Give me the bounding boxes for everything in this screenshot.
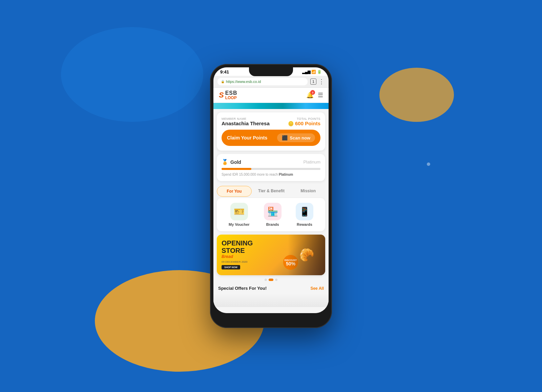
special-offers-row: Special Offers For You! See All xyxy=(213,284,329,293)
banner-content: OPENING STORE Bread 09 DECEMBER 2020 SHO… xyxy=(222,239,253,269)
bottom-fade xyxy=(213,293,329,307)
bg-shape-teal xyxy=(61,27,203,122)
app-header: S ESB LOOP 🔔 3 ☰ xyxy=(213,88,329,103)
banner-subtitle: Bread xyxy=(222,254,253,259)
phone-notch xyxy=(249,67,293,76)
bg-shape-orange2 xyxy=(379,68,454,122)
logo-s: S xyxy=(219,91,224,100)
phone-screen: 9:41 ▂▄▆ 📶 🔋 🔒 https://www.esb.co.id 1 ⋮… xyxy=(213,67,329,313)
coin-icon: 🪙 xyxy=(288,121,294,126)
browser-bar: 🔒 https://www.esb.co.id 1 ⋮ xyxy=(213,76,329,88)
app-logo: S ESB LOOP xyxy=(219,90,237,100)
tier-name: Gold xyxy=(230,159,241,165)
member-name-section: MEMBER NAME Anastachia Theresa xyxy=(222,117,270,126)
special-offers-title: Special Offers For You! xyxy=(218,286,267,291)
tab-tier-benefit[interactable]: Tier & Benefit xyxy=(254,186,289,197)
tier-row: 🏅 Gold Platinum xyxy=(222,159,320,165)
status-icons: ▂▄▆ 📶 🔋 xyxy=(302,70,322,74)
banner-shop-now[interactable]: SHOP NOW xyxy=(222,265,240,269)
rewards-icon: 📱 xyxy=(299,206,310,217)
tab-mission[interactable]: Mission xyxy=(291,186,325,197)
member-info-row: MEMBER NAME Anastachia Theresa TOTAL POI… xyxy=(222,117,320,126)
claim-text: Claim Your Points xyxy=(227,135,267,140)
header-actions: 🔔 3 ☰ xyxy=(306,91,323,99)
icon-grid: 🎫 My Voucher 🏪 Brands 📱 Rewards xyxy=(217,198,325,231)
tier-current: 🏅 Gold xyxy=(222,159,241,165)
browser-menu-icon[interactable]: ⋮ xyxy=(318,78,325,85)
signal-icon: ▂▄▆ xyxy=(302,70,310,74)
tier-card: 🏅 Gold Platinum Spend IDR 15.000.000 mor… xyxy=(217,154,325,181)
bg-dot xyxy=(427,162,430,166)
member-name-label: MEMBER NAME xyxy=(222,117,270,121)
tier-next: Platinum xyxy=(303,159,320,165)
promotion-banner[interactable]: OPENING STORE Bread 09 DECEMBER 2020 SHO… xyxy=(217,235,325,275)
brands-label: Brands xyxy=(266,222,279,226)
url-bar[interactable]: 🔒 https://www.esb.co.id xyxy=(217,78,308,85)
wifi-icon: 📶 xyxy=(311,70,316,74)
dot-1[interactable] xyxy=(265,279,267,281)
banner-dots xyxy=(213,279,329,281)
points-value: 🪙 600 Points xyxy=(288,121,320,126)
dot-2-active[interactable] xyxy=(269,279,273,281)
logo-esb-text: ESB xyxy=(225,90,237,96)
rewards-icon-box: 📱 xyxy=(296,203,313,220)
scan-icon: ⬛ xyxy=(282,135,288,140)
member-name-value: Anastachia Theresa xyxy=(222,121,270,126)
brands-icon: 🏪 xyxy=(267,206,278,217)
phone-frame: 9:41 ▂▄▆ 📶 🔋 🔒 https://www.esb.co.id 1 ⋮… xyxy=(210,64,332,328)
url-text: https://www.esb.co.id xyxy=(226,80,261,84)
tier-msg-prefix: Spend IDR 15.000.000 more to reach xyxy=(222,173,279,176)
browser-actions: 1 ⋮ xyxy=(310,78,325,85)
grid-item-rewards[interactable]: 📱 Rewards xyxy=(296,203,313,226)
tier-msg-highlight: Platinum xyxy=(279,173,293,176)
claim-points-button[interactable]: Claim Your Points ⬛ Scan now xyxy=(222,130,320,146)
lock-icon: 🔒 xyxy=(221,80,225,83)
tabs-row: For You Tier & Benefit Mission xyxy=(213,184,329,198)
scan-text: Scan now xyxy=(290,135,310,140)
member-card: MEMBER NAME Anastachia Theresa TOTAL POI… xyxy=(217,112,325,151)
scan-pill: ⬛ Scan now xyxy=(277,133,315,142)
tier-message: Spend IDR 15.000.000 more to reach Plati… xyxy=(222,173,320,176)
brands-icon-box: 🏪 xyxy=(264,203,282,220)
tier-progress-bar-bg xyxy=(222,168,320,170)
header-gradient xyxy=(213,103,329,109)
banner-image: 🥐 xyxy=(288,235,325,275)
banner-date: 09 DECEMBER 2020 xyxy=(222,260,253,263)
banner-title-line1: OPENING xyxy=(222,239,253,247)
grid-item-brands[interactable]: 🏪 Brands xyxy=(264,203,282,226)
dot-3[interactable] xyxy=(275,279,277,281)
points-label: TOTAL POINTS xyxy=(288,117,320,121)
notification-bell-button[interactable]: 🔔 3 xyxy=(306,91,314,99)
hamburger-menu-button[interactable]: ☰ xyxy=(318,91,323,99)
notification-badge: 3 xyxy=(310,90,315,95)
voucher-icon-box: 🎫 xyxy=(230,203,248,220)
points-section: TOTAL POINTS 🪙 600 Points xyxy=(288,117,320,126)
voucher-label: My Voucher xyxy=(229,222,250,226)
voucher-icon: 🎫 xyxy=(234,206,245,217)
points-number: 600 Points xyxy=(295,121,320,126)
battery-icon: 🔋 xyxy=(317,70,322,74)
status-time: 9:41 xyxy=(220,69,229,74)
banner-title-line2: STORE xyxy=(222,247,253,254)
scroll-content: MEMBER NAME Anastachia Theresa TOTAL POI… xyxy=(213,109,329,313)
grid-item-voucher[interactable]: 🎫 My Voucher xyxy=(229,203,250,226)
tab-for-you[interactable]: For You xyxy=(217,186,252,197)
logo-loop-text: LOOP xyxy=(225,96,237,100)
see-all-button[interactable]: See All xyxy=(310,286,324,291)
tier-progress-bar-fill xyxy=(222,168,251,170)
tier-icon: 🏅 xyxy=(222,159,228,165)
rewards-label: Rewards xyxy=(297,222,312,226)
tab-count[interactable]: 1 xyxy=(310,79,316,85)
